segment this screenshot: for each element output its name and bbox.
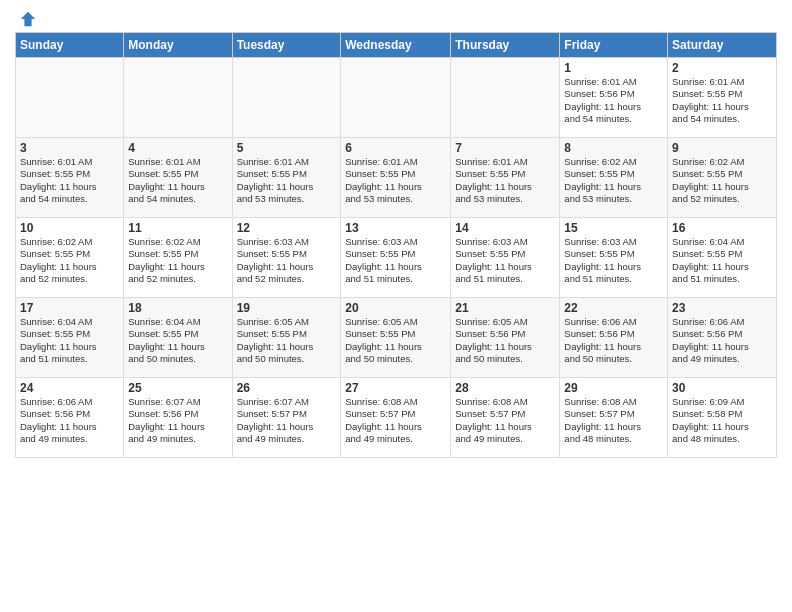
day-info: Sunrise: 6:01 AM Sunset: 5:55 PM Dayligh… bbox=[237, 156, 337, 205]
day-info: Sunrise: 6:02 AM Sunset: 5:55 PM Dayligh… bbox=[128, 236, 227, 285]
day-number: 2 bbox=[672, 61, 772, 75]
day-number: 16 bbox=[672, 221, 772, 235]
day-number: 9 bbox=[672, 141, 772, 155]
calendar-week-row: 10Sunrise: 6:02 AM Sunset: 5:55 PM Dayli… bbox=[16, 218, 777, 298]
day-info: Sunrise: 6:02 AM Sunset: 5:55 PM Dayligh… bbox=[564, 156, 663, 205]
calendar-weekday-sunday: Sunday bbox=[16, 33, 124, 58]
calendar-cell: 22Sunrise: 6:06 AM Sunset: 5:56 PM Dayli… bbox=[560, 298, 668, 378]
calendar-weekday-saturday: Saturday bbox=[668, 33, 777, 58]
day-number: 1 bbox=[564, 61, 663, 75]
day-info: Sunrise: 6:03 AM Sunset: 5:55 PM Dayligh… bbox=[345, 236, 446, 285]
calendar-week-row: 17Sunrise: 6:04 AM Sunset: 5:55 PM Dayli… bbox=[16, 298, 777, 378]
day-info: Sunrise: 6:07 AM Sunset: 5:57 PM Dayligh… bbox=[237, 396, 337, 445]
day-info: Sunrise: 6:02 AM Sunset: 5:55 PM Dayligh… bbox=[672, 156, 772, 205]
calendar-cell bbox=[341, 58, 451, 138]
calendar-cell: 3Sunrise: 6:01 AM Sunset: 5:55 PM Daylig… bbox=[16, 138, 124, 218]
day-info: Sunrise: 6:08 AM Sunset: 5:57 PM Dayligh… bbox=[455, 396, 555, 445]
day-info: Sunrise: 6:01 AM Sunset: 5:55 PM Dayligh… bbox=[20, 156, 119, 205]
calendar-cell: 27Sunrise: 6:08 AM Sunset: 5:57 PM Dayli… bbox=[341, 378, 451, 458]
calendar-week-row: 3Sunrise: 6:01 AM Sunset: 5:55 PM Daylig… bbox=[16, 138, 777, 218]
calendar-cell: 15Sunrise: 6:03 AM Sunset: 5:55 PM Dayli… bbox=[560, 218, 668, 298]
logo bbox=[15, 10, 37, 24]
day-number: 13 bbox=[345, 221, 446, 235]
calendar-weekday-friday: Friday bbox=[560, 33, 668, 58]
calendar-cell: 12Sunrise: 6:03 AM Sunset: 5:55 PM Dayli… bbox=[232, 218, 341, 298]
calendar-cell: 6Sunrise: 6:01 AM Sunset: 5:55 PM Daylig… bbox=[341, 138, 451, 218]
calendar-cell: 29Sunrise: 6:08 AM Sunset: 5:57 PM Dayli… bbox=[560, 378, 668, 458]
day-number: 8 bbox=[564, 141, 663, 155]
day-info: Sunrise: 6:08 AM Sunset: 5:57 PM Dayligh… bbox=[564, 396, 663, 445]
day-info: Sunrise: 6:04 AM Sunset: 5:55 PM Dayligh… bbox=[20, 316, 119, 365]
calendar-weekday-tuesday: Tuesday bbox=[232, 33, 341, 58]
day-info: Sunrise: 6:06 AM Sunset: 5:56 PM Dayligh… bbox=[564, 316, 663, 365]
svg-marker-0 bbox=[21, 12, 35, 26]
day-number: 6 bbox=[345, 141, 446, 155]
calendar-cell bbox=[451, 58, 560, 138]
day-number: 29 bbox=[564, 381, 663, 395]
day-info: Sunrise: 6:09 AM Sunset: 5:58 PM Dayligh… bbox=[672, 396, 772, 445]
day-number: 19 bbox=[237, 301, 337, 315]
calendar-weekday-wednesday: Wednesday bbox=[341, 33, 451, 58]
day-number: 30 bbox=[672, 381, 772, 395]
day-info: Sunrise: 6:01 AM Sunset: 5:56 PM Dayligh… bbox=[564, 76, 663, 125]
day-number: 10 bbox=[20, 221, 119, 235]
day-info: Sunrise: 6:05 AM Sunset: 5:55 PM Dayligh… bbox=[345, 316, 446, 365]
calendar-cell: 2Sunrise: 6:01 AM Sunset: 5:55 PM Daylig… bbox=[668, 58, 777, 138]
calendar-week-row: 1Sunrise: 6:01 AM Sunset: 5:56 PM Daylig… bbox=[16, 58, 777, 138]
header bbox=[15, 10, 777, 24]
calendar-cell bbox=[232, 58, 341, 138]
calendar-cell: 14Sunrise: 6:03 AM Sunset: 5:55 PM Dayli… bbox=[451, 218, 560, 298]
day-number: 14 bbox=[455, 221, 555, 235]
calendar-cell: 13Sunrise: 6:03 AM Sunset: 5:55 PM Dayli… bbox=[341, 218, 451, 298]
day-number: 28 bbox=[455, 381, 555, 395]
day-info: Sunrise: 6:03 AM Sunset: 5:55 PM Dayligh… bbox=[455, 236, 555, 285]
day-info: Sunrise: 6:05 AM Sunset: 5:55 PM Dayligh… bbox=[237, 316, 337, 365]
calendar-cell: 8Sunrise: 6:02 AM Sunset: 5:55 PM Daylig… bbox=[560, 138, 668, 218]
calendar-cell: 28Sunrise: 6:08 AM Sunset: 5:57 PM Dayli… bbox=[451, 378, 560, 458]
day-number: 22 bbox=[564, 301, 663, 315]
calendar-cell: 11Sunrise: 6:02 AM Sunset: 5:55 PM Dayli… bbox=[124, 218, 232, 298]
calendar-cell: 4Sunrise: 6:01 AM Sunset: 5:55 PM Daylig… bbox=[124, 138, 232, 218]
calendar-cell: 21Sunrise: 6:05 AM Sunset: 5:56 PM Dayli… bbox=[451, 298, 560, 378]
day-number: 23 bbox=[672, 301, 772, 315]
day-info: Sunrise: 6:01 AM Sunset: 5:55 PM Dayligh… bbox=[345, 156, 446, 205]
day-info: Sunrise: 6:03 AM Sunset: 5:55 PM Dayligh… bbox=[564, 236, 663, 285]
day-number: 26 bbox=[237, 381, 337, 395]
day-info: Sunrise: 6:06 AM Sunset: 5:56 PM Dayligh… bbox=[672, 316, 772, 365]
calendar-cell: 19Sunrise: 6:05 AM Sunset: 5:55 PM Dayli… bbox=[232, 298, 341, 378]
calendar-header-row: SundayMondayTuesdayWednesdayThursdayFrid… bbox=[16, 33, 777, 58]
day-info: Sunrise: 6:04 AM Sunset: 5:55 PM Dayligh… bbox=[128, 316, 227, 365]
day-number: 11 bbox=[128, 221, 227, 235]
day-info: Sunrise: 6:08 AM Sunset: 5:57 PM Dayligh… bbox=[345, 396, 446, 445]
calendar-cell bbox=[124, 58, 232, 138]
day-number: 15 bbox=[564, 221, 663, 235]
day-number: 27 bbox=[345, 381, 446, 395]
day-number: 4 bbox=[128, 141, 227, 155]
day-number: 3 bbox=[20, 141, 119, 155]
day-number: 20 bbox=[345, 301, 446, 315]
day-number: 25 bbox=[128, 381, 227, 395]
day-number: 17 bbox=[20, 301, 119, 315]
calendar-weekday-monday: Monday bbox=[124, 33, 232, 58]
day-number: 24 bbox=[20, 381, 119, 395]
calendar-cell: 7Sunrise: 6:01 AM Sunset: 5:55 PM Daylig… bbox=[451, 138, 560, 218]
calendar-cell: 18Sunrise: 6:04 AM Sunset: 5:55 PM Dayli… bbox=[124, 298, 232, 378]
day-info: Sunrise: 6:03 AM Sunset: 5:55 PM Dayligh… bbox=[237, 236, 337, 285]
calendar-weekday-thursday: Thursday bbox=[451, 33, 560, 58]
day-info: Sunrise: 6:01 AM Sunset: 5:55 PM Dayligh… bbox=[128, 156, 227, 205]
calendar-cell: 16Sunrise: 6:04 AM Sunset: 5:55 PM Dayli… bbox=[668, 218, 777, 298]
day-info: Sunrise: 6:01 AM Sunset: 5:55 PM Dayligh… bbox=[455, 156, 555, 205]
calendar-cell: 20Sunrise: 6:05 AM Sunset: 5:55 PM Dayli… bbox=[341, 298, 451, 378]
day-number: 21 bbox=[455, 301, 555, 315]
day-number: 12 bbox=[237, 221, 337, 235]
calendar-cell: 23Sunrise: 6:06 AM Sunset: 5:56 PM Dayli… bbox=[668, 298, 777, 378]
day-info: Sunrise: 6:02 AM Sunset: 5:55 PM Dayligh… bbox=[20, 236, 119, 285]
page: SundayMondayTuesdayWednesdayThursdayFrid… bbox=[0, 0, 792, 612]
day-number: 5 bbox=[237, 141, 337, 155]
day-number: 18 bbox=[128, 301, 227, 315]
calendar-cell: 17Sunrise: 6:04 AM Sunset: 5:55 PM Dayli… bbox=[16, 298, 124, 378]
calendar-cell: 10Sunrise: 6:02 AM Sunset: 5:55 PM Dayli… bbox=[16, 218, 124, 298]
day-info: Sunrise: 6:07 AM Sunset: 5:56 PM Dayligh… bbox=[128, 396, 227, 445]
calendar-cell: 1Sunrise: 6:01 AM Sunset: 5:56 PM Daylig… bbox=[560, 58, 668, 138]
day-info: Sunrise: 6:05 AM Sunset: 5:56 PM Dayligh… bbox=[455, 316, 555, 365]
